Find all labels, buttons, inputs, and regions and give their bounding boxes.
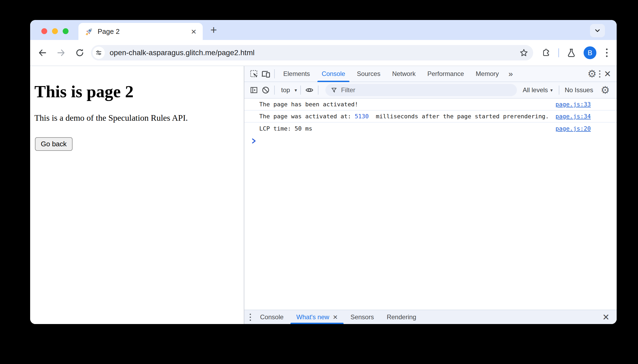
console-message-row: The page was activated at: 5130 millisec… bbox=[244, 111, 617, 123]
drawer-tab-rendering[interactable]: Rendering bbox=[380, 310, 423, 324]
tune-icon bbox=[95, 49, 102, 56]
inspect-cursor-icon bbox=[250, 70, 258, 78]
inspect-element-button[interactable] bbox=[248, 68, 260, 80]
devtools-separator bbox=[274, 69, 275, 78]
live-expression-button[interactable] bbox=[304, 84, 315, 96]
console-toolbar-separator bbox=[274, 86, 275, 95]
clear-console-button[interactable] bbox=[260, 84, 272, 96]
page-heading: This is page 2 bbox=[34, 82, 240, 102]
new-tab-button[interactable]: + bbox=[208, 24, 220, 36]
close-window-button[interactable] bbox=[41, 28, 47, 34]
console-prompt[interactable] bbox=[244, 135, 617, 147]
url-text[interactable]: open-chalk-asparagus.glitch.me/page2.htm… bbox=[110, 48, 254, 57]
devtools-tab-performance[interactable]: Performance bbox=[421, 66, 470, 82]
devtools-settings-gear-icon[interactable]: ⚙ bbox=[587, 69, 596, 79]
device-toolbar-icon bbox=[261, 69, 270, 79]
filter-funnel-icon bbox=[331, 87, 337, 94]
console-message-row: The page has been activated! page.js:33 bbox=[244, 99, 617, 111]
message-text: milliseconds after the page started prer… bbox=[369, 113, 548, 120]
drawer-tab-close-icon[interactable]: × bbox=[333, 313, 338, 321]
devtools-drawer: Console What's new × Sensors Rendering × bbox=[244, 310, 617, 324]
browser-window: Page 2 × + bbox=[30, 20, 617, 324]
levels-caret-icon: ▼ bbox=[549, 88, 553, 92]
drawer-tab-console[interactable]: Console bbox=[254, 310, 290, 324]
filter-input[interactable] bbox=[341, 86, 512, 94]
browser-menu-button[interactable] bbox=[604, 47, 610, 58]
traffic-lights bbox=[41, 28, 69, 34]
experiments-flask-icon[interactable] bbox=[567, 48, 576, 58]
drawer-tab-label: What's new bbox=[296, 313, 329, 321]
prompt-chevron-icon bbox=[252, 138, 256, 144]
back-button[interactable] bbox=[37, 47, 48, 58]
web-page: This is page 2 This is a demo of the Spe… bbox=[30, 66, 244, 324]
message-text: The page has been activated! bbox=[259, 101, 358, 108]
console-toolbar: top ▼ bbox=[244, 82, 617, 99]
more-tabs-button[interactable]: » bbox=[505, 69, 517, 78]
chevron-down-icon bbox=[594, 27, 601, 34]
tab-close-icon[interactable]: × bbox=[191, 27, 196, 36]
console-message-row: LCP time: 50 ms page.js:20 bbox=[244, 123, 617, 135]
browser-toolbar: open-chalk-asparagus.glitch.me/page2.htm… bbox=[30, 40, 617, 66]
console-toolbar-separator bbox=[300, 86, 301, 95]
devtools-tabbar: Elements Console Sources Network Perform… bbox=[244, 66, 617, 82]
drawer-tab-sensors[interactable]: Sensors bbox=[344, 310, 380, 324]
source-link[interactable]: page.js:33 bbox=[548, 101, 591, 108]
source-link[interactable]: page.js:20 bbox=[548, 125, 591, 132]
bookmark-star-icon[interactable] bbox=[519, 48, 528, 57]
drawer-tab-whats-new[interactable]: What's new × bbox=[290, 310, 344, 324]
profile-avatar[interactable]: B bbox=[584, 46, 596, 59]
device-toolbar-button[interactable] bbox=[260, 68, 272, 80]
context-selector[interactable]: top bbox=[277, 86, 292, 94]
console-filter-box[interactable] bbox=[325, 84, 517, 96]
context-caret-icon: ▼ bbox=[294, 88, 298, 92]
message-text: The page was activated at: bbox=[259, 113, 355, 120]
fullscreen-window-button[interactable] bbox=[63, 28, 69, 34]
screenshot-stage: Page 2 × + bbox=[0, 0, 638, 364]
devtools-menu-button[interactable] bbox=[596, 69, 603, 79]
clear-console-icon bbox=[262, 86, 270, 94]
tab-strip: Page 2 × + bbox=[30, 20, 617, 40]
drawer-close-icon[interactable]: × bbox=[601, 312, 610, 323]
address-bar[interactable]: open-chalk-asparagus.glitch.me/page2.htm… bbox=[91, 45, 533, 60]
console-toolbar-separator bbox=[318, 86, 318, 95]
sidebar-toggle-icon bbox=[250, 86, 258, 94]
devtools-panel: Elements Console Sources Network Perform… bbox=[244, 66, 617, 324]
window-content: This is page 2 This is a demo of the Spe… bbox=[30, 66, 617, 324]
console-sidebar-toggle-button[interactable] bbox=[248, 84, 260, 96]
tab-search-button[interactable] bbox=[590, 24, 605, 37]
browser-tab[interactable]: Page 2 × bbox=[78, 23, 203, 40]
toolbar-actions: B bbox=[541, 46, 610, 59]
devtools-tab-memory[interactable]: Memory bbox=[470, 66, 505, 82]
forward-button[interactable] bbox=[56, 47, 66, 58]
message-number: 5130 bbox=[355, 113, 369, 120]
toolbar-separator bbox=[558, 48, 559, 57]
devtools-tab-console[interactable]: Console bbox=[316, 66, 351, 82]
console-toolbar-separator bbox=[559, 86, 559, 95]
rocket-favicon-icon bbox=[85, 27, 93, 36]
devtools-tab-network[interactable]: Network bbox=[386, 66, 421, 82]
source-link[interactable]: page.js:34 bbox=[548, 113, 591, 120]
log-levels-dropdown[interactable]: All levels bbox=[523, 86, 548, 94]
devtools-close-icon[interactable]: × bbox=[603, 68, 612, 79]
reload-button[interactable] bbox=[74, 47, 85, 58]
message-text: LCP time: 50 ms bbox=[259, 125, 312, 132]
minimize-window-button[interactable] bbox=[52, 28, 58, 34]
page-paragraph: This is a demo of the Speculation Rules … bbox=[34, 113, 240, 123]
console-settings-gear-icon[interactable]: ⚙ bbox=[601, 85, 610, 95]
site-settings-button[interactable] bbox=[93, 47, 105, 59]
tab-title: Page 2 bbox=[98, 27, 191, 36]
drawer-menu-button[interactable] bbox=[247, 313, 254, 322]
console-messages: The page has been activated! page.js:33 … bbox=[244, 99, 617, 310]
issues-counter[interactable]: No Issues bbox=[565, 86, 593, 94]
extensions-icon[interactable] bbox=[541, 48, 551, 58]
eye-icon bbox=[305, 86, 314, 94]
go-back-button[interactable]: Go back bbox=[35, 137, 73, 151]
devtools-tab-elements[interactable]: Elements bbox=[277, 66, 316, 82]
devtools-tab-sources[interactable]: Sources bbox=[351, 66, 386, 82]
